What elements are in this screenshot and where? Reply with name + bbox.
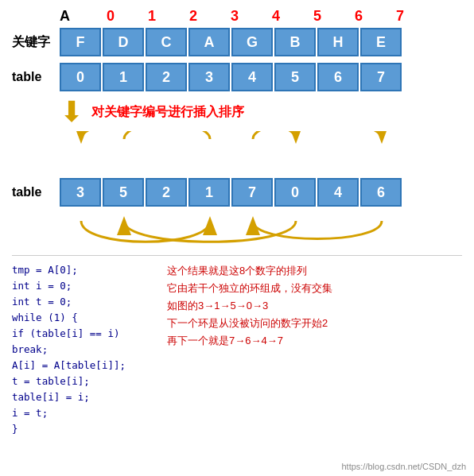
table1-cell-6: 6: [317, 63, 359, 91]
main-container: A 01234567 关键字 FDCAGBHE table 01234567 ⬇…: [0, 0, 474, 476]
table-row-1: table 01234567: [12, 63, 462, 91]
curved-bottom-arrows: [60, 213, 462, 249]
keyword-cell-6: H: [317, 28, 359, 56]
table2-cell-2: 2: [146, 178, 187, 207]
bottom-section: tmp = A[0];int i = 0;int t = 0;while (1)…: [12, 262, 462, 437]
keyword-cell-3: A: [188, 28, 230, 56]
table1-cell-2: 2: [146, 63, 187, 91]
table2-cell-4: 7: [231, 178, 273, 207]
down-arrow-icon: ⬇: [60, 98, 84, 126]
index-cell-6: 6: [338, 8, 379, 25]
table1-cell-4: 4: [231, 63, 273, 91]
code-line: if (table[i] == i): [12, 326, 155, 342]
keyword-cell-7: E: [360, 28, 402, 56]
index-cell-3: 3: [214, 8, 255, 25]
explanation-line: 再下一个就是7→6→4→7: [167, 332, 462, 350]
explanation-line: 这个结果就是这8个数字的排列: [167, 262, 462, 280]
curved-top-arrows: [60, 131, 462, 175]
table-label-2: table: [12, 185, 60, 199]
index-cell-2: 2: [173, 8, 214, 25]
code-line: int t = 0;: [12, 294, 155, 310]
keyword-cell-5: B: [274, 28, 316, 56]
table2-cell-3: 1: [188, 178, 230, 207]
code-line: }: [12, 421, 155, 437]
explanation-line: 下一个环是从没被访问的数字开始2: [167, 315, 462, 332]
table2-cell-7: 6: [360, 178, 402, 207]
explanation-line: 如图的3→1→5→0→3: [167, 297, 462, 315]
index-cell-0: 0: [90, 8, 131, 25]
keyword-cell-0: F: [60, 28, 101, 56]
keyword-cell-2: C: [146, 28, 187, 56]
index-row: A 01234567: [60, 8, 462, 25]
table1-cell-0: 0: [60, 63, 101, 91]
explanation-block: 这个结果就是这8个数字的排列它由若干个独立的环组成，没有交集如图的3→1→5→0…: [167, 262, 462, 437]
table-label-1: table: [12, 70, 60, 84]
index-cell-5: 5: [297, 8, 338, 25]
table2-cell-1: 5: [103, 178, 144, 207]
table1-cell-1: 1: [103, 63, 144, 91]
code-line: table[i] = i;: [12, 389, 155, 405]
table1-cell-5: 5: [274, 63, 316, 91]
code-line: t = table[i];: [12, 373, 155, 389]
table2-cell-0: 3: [60, 178, 101, 207]
keyword-cell-4: G: [231, 28, 273, 56]
watermark: https://blog.csdn.net/CSDN_dzh: [341, 462, 466, 471]
sort-arrow-section: ⬇ 对关键字编号进行插入排序: [60, 98, 462, 126]
keyword-label: 关键字: [12, 34, 60, 51]
code-block: tmp = A[0];int i = 0;int t = 0;while (1)…: [12, 262, 155, 437]
code-line: A[i] = A[table[i]];: [12, 358, 155, 373]
table1-cell-3: 3: [188, 63, 230, 91]
keyword-cell-1: D: [103, 28, 144, 56]
table2-cell-6: 4: [317, 178, 359, 207]
code-line: int i = 0;: [12, 278, 155, 294]
index-cell-1: 1: [131, 8, 173, 25]
code-line: break;: [12, 342, 155, 358]
code-line: i = t;: [12, 405, 155, 421]
explanation-line: 它由若干个独立的环组成，没有交集: [167, 280, 462, 297]
table1-cell-7: 7: [360, 63, 402, 91]
sort-description: 对关键字编号进行插入排序: [91, 104, 244, 121]
code-line: while (1) {: [12, 310, 155, 326]
a-label: A: [60, 8, 76, 25]
keyword-row: 关键字 FDCAGBHE: [12, 28, 462, 56]
table-row-2: table 35217046: [12, 178, 462, 207]
index-cell-7: 7: [379, 8, 421, 25]
index-cell-4: 4: [255, 8, 297, 25]
divider: [12, 255, 462, 256]
code-line: tmp = A[0];: [12, 262, 155, 278]
table2-cell-5: 0: [274, 178, 316, 207]
